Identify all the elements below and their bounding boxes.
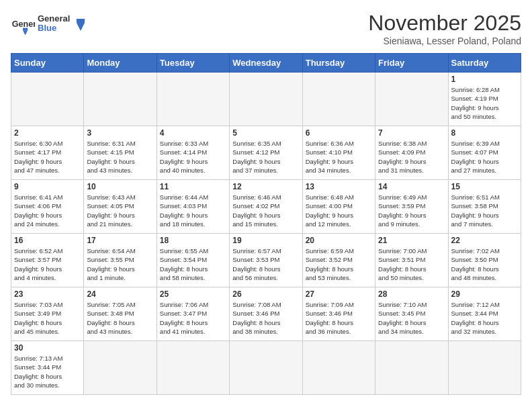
week-row-2: 2Sunrise: 6:30 AM Sunset: 4:17 PM Daylig… [11, 126, 521, 180]
calendar-cell [84, 341, 157, 395]
calendar-cell: 3Sunrise: 6:31 AM Sunset: 4:15 PM Daylig… [84, 126, 157, 180]
weekday-header-monday: Monday [84, 54, 157, 73]
svg-marker-1 [23, 30, 28, 35]
day-number: 12 [232, 182, 299, 191]
svg-text:Blue: Blue [38, 23, 56, 33]
logo: General General Blue [11, 11, 91, 40]
day-number: 22 [451, 236, 518, 245]
calendar-cell: 4Sunrise: 6:33 AM Sunset: 4:14 PM Daylig… [157, 126, 229, 180]
day-number: 8 [451, 128, 518, 138]
day-number: 20 [306, 236, 372, 245]
day-info: Sunrise: 6:49 AM Sunset: 3:59 PM Dayligh… [378, 193, 445, 228]
svg-marker-5 [77, 23, 85, 31]
day-info: Sunrise: 7:02 AM Sunset: 3:50 PM Dayligh… [451, 246, 518, 282]
calendar-cell [84, 73, 157, 126]
weekday-header-tuesday: Tuesday [157, 54, 229, 73]
day-info: Sunrise: 6:54 AM Sunset: 3:55 PM Dayligh… [87, 246, 153, 282]
day-number: 24 [87, 289, 153, 299]
weekday-header-saturday: Saturday [448, 54, 521, 73]
calendar-cell: 17Sunrise: 6:54 AM Sunset: 3:55 PM Dayli… [84, 234, 157, 287]
week-row-6: 30Sunrise: 7:13 AM Sunset: 3:44 PM Dayli… [11, 341, 521, 395]
day-info: Sunrise: 7:03 AM Sunset: 3:49 PM Dayligh… [14, 300, 81, 336]
calendar-cell: 15Sunrise: 6:51 AM Sunset: 3:58 PM Dayli… [448, 180, 521, 234]
calendar-cell: 8Sunrise: 6:39 AM Sunset: 4:07 PM Daylig… [448, 126, 521, 180]
day-number: 5 [232, 128, 299, 138]
day-info: Sunrise: 6:31 AM Sunset: 4:15 PM Dayligh… [87, 139, 153, 175]
calendar-title: November 2025 [368, 11, 521, 36]
day-info: Sunrise: 6:52 AM Sunset: 3:57 PM Dayligh… [14, 246, 81, 282]
calendar-cell: 19Sunrise: 6:57 AM Sunset: 3:53 PM Dayli… [230, 234, 302, 287]
day-number: 3 [87, 128, 153, 138]
day-number: 21 [378, 236, 445, 245]
calendar-cell [375, 73, 448, 126]
calendar-cell: 9Sunrise: 6:41 AM Sunset: 4:06 PM Daylig… [11, 180, 84, 234]
weekday-header-row: SundayMondayTuesdayWednesdayThursdayFrid… [11, 54, 521, 73]
day-info: Sunrise: 7:09 AM Sunset: 3:46 PM Dayligh… [306, 300, 372, 336]
calendar-cell: 27Sunrise: 7:09 AM Sunset: 3:46 PM Dayli… [302, 287, 375, 341]
day-info: Sunrise: 7:13 AM Sunset: 3:44 PM Dayligh… [14, 354, 81, 390]
day-number: 2 [14, 128, 81, 138]
day-info: Sunrise: 6:59 AM Sunset: 3:52 PM Dayligh… [306, 246, 372, 282]
day-info: Sunrise: 7:08 AM Sunset: 3:46 PM Dayligh… [232, 300, 299, 336]
week-row-1: 1Sunrise: 6:28 AM Sunset: 4:19 PM Daylig… [11, 73, 521, 126]
day-info: Sunrise: 6:44 AM Sunset: 4:03 PM Dayligh… [160, 193, 226, 228]
calendar-cell: 16Sunrise: 6:52 AM Sunset: 3:57 PM Dayli… [11, 234, 84, 287]
day-info: Sunrise: 6:38 AM Sunset: 4:09 PM Dayligh… [378, 139, 445, 175]
calendar-cell: 21Sunrise: 7:00 AM Sunset: 3:51 PM Dayli… [375, 234, 448, 287]
calendar-cell [302, 73, 375, 126]
weekday-header-sunday: Sunday [11, 54, 84, 73]
logo-text: General Blue [38, 11, 91, 40]
calendar-cell: 23Sunrise: 7:03 AM Sunset: 3:49 PM Dayli… [11, 287, 84, 341]
week-row-5: 23Sunrise: 7:03 AM Sunset: 3:49 PM Dayli… [11, 287, 521, 341]
day-info: Sunrise: 6:51 AM Sunset: 3:58 PM Dayligh… [451, 193, 518, 228]
day-number: 30 [14, 343, 81, 353]
calendar-cell: 5Sunrise: 6:35 AM Sunset: 4:12 PM Daylig… [230, 126, 302, 180]
calendar-cell: 25Sunrise: 7:06 AM Sunset: 3:47 PM Dayli… [157, 287, 229, 341]
day-number: 28 [378, 289, 445, 299]
calendar-cell: 24Sunrise: 7:05 AM Sunset: 3:48 PM Dayli… [84, 287, 157, 341]
calendar-cell [375, 341, 448, 395]
calendar-cell [448, 341, 521, 395]
calendar-cell: 22Sunrise: 7:02 AM Sunset: 3:50 PM Dayli… [448, 234, 521, 287]
day-number: 9 [14, 182, 81, 191]
day-number: 15 [451, 182, 518, 191]
svg-rect-6 [77, 19, 85, 23]
day-info: Sunrise: 7:00 AM Sunset: 3:51 PM Dayligh… [378, 246, 445, 282]
day-number: 4 [160, 128, 226, 138]
calendar-cell: 1Sunrise: 6:28 AM Sunset: 4:19 PM Daylig… [448, 73, 521, 126]
day-info: Sunrise: 6:41 AM Sunset: 4:06 PM Dayligh… [14, 193, 81, 228]
calendar-table: SundayMondayTuesdayWednesdayThursdayFrid… [11, 53, 521, 395]
logo-icon: General [11, 13, 35, 38]
day-number: 27 [306, 289, 372, 299]
weekday-header-thursday: Thursday [302, 54, 375, 73]
calendar-cell [302, 341, 375, 395]
calendar-cell: 10Sunrise: 6:43 AM Sunset: 4:05 PM Dayli… [84, 180, 157, 234]
week-row-3: 9Sunrise: 6:41 AM Sunset: 4:06 PM Daylig… [11, 180, 521, 234]
day-info: Sunrise: 6:48 AM Sunset: 4:00 PM Dayligh… [306, 193, 372, 228]
calendar-cell [230, 341, 302, 395]
day-info: Sunrise: 7:10 AM Sunset: 3:45 PM Dayligh… [378, 300, 445, 336]
day-number: 13 [306, 182, 372, 191]
day-number: 16 [14, 236, 81, 245]
title-block: November 2025 Sieniawa, Lesser Poland, P… [368, 11, 521, 46]
day-number: 29 [451, 289, 518, 299]
day-number: 23 [14, 289, 81, 299]
calendar-cell: 12Sunrise: 6:46 AM Sunset: 4:02 PM Dayli… [230, 180, 302, 234]
day-info: Sunrise: 6:55 AM Sunset: 3:54 PM Dayligh… [160, 246, 226, 282]
day-info: Sunrise: 6:33 AM Sunset: 4:14 PM Dayligh… [160, 139, 226, 175]
week-row-4: 16Sunrise: 6:52 AM Sunset: 3:57 PM Dayli… [11, 234, 521, 287]
calendar-cell: 26Sunrise: 7:08 AM Sunset: 3:46 PM Dayli… [230, 287, 302, 341]
day-info: Sunrise: 6:35 AM Sunset: 4:12 PM Dayligh… [232, 139, 299, 175]
day-info: Sunrise: 6:39 AM Sunset: 4:07 PM Dayligh… [451, 139, 518, 175]
day-info: Sunrise: 6:46 AM Sunset: 4:02 PM Dayligh… [232, 193, 299, 228]
calendar-cell [11, 73, 84, 126]
day-number: 11 [160, 182, 226, 191]
day-number: 14 [378, 182, 445, 191]
calendar-cell [157, 341, 229, 395]
calendar-cell: 18Sunrise: 6:55 AM Sunset: 3:54 PM Dayli… [157, 234, 229, 287]
calendar-cell: 2Sunrise: 6:30 AM Sunset: 4:17 PM Daylig… [11, 126, 84, 180]
day-info: Sunrise: 6:57 AM Sunset: 3:53 PM Dayligh… [232, 246, 299, 282]
day-number: 19 [232, 236, 299, 245]
day-info: Sunrise: 6:28 AM Sunset: 4:19 PM Dayligh… [451, 85, 518, 121]
calendar-cell: 13Sunrise: 6:48 AM Sunset: 4:00 PM Dayli… [302, 180, 375, 234]
